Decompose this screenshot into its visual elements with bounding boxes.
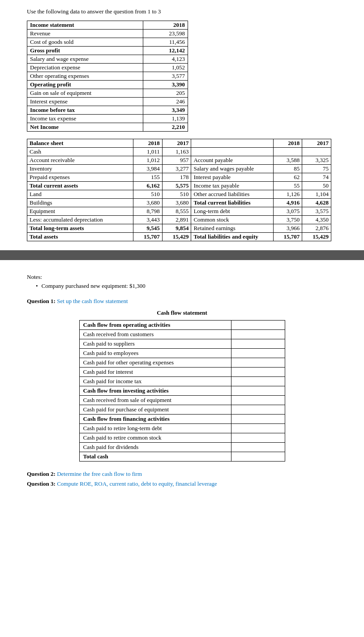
income-table-row: Depreciation expense1,052 [27, 64, 188, 72]
income-row-value: 1,139 [143, 115, 188, 123]
cash-flow-value [231, 415, 285, 424]
income-table-row: Income tax expense1,139 [27, 115, 188, 123]
notes-section: Notes: • Company purchased new equipment… [27, 274, 337, 290]
income-table-row: Gross profit12,142 [27, 47, 188, 55]
cash-flow-value [231, 424, 285, 433]
cash-flow-row: Cash paid to retire common stock [79, 433, 285, 443]
cash-flow-row: Cash paid for income tax [79, 377, 285, 386]
balance-cell: Equipment [27, 207, 133, 216]
cash-flow-value [231, 349, 285, 358]
income-table-row: Interest expense246 [27, 98, 188, 106]
balance-cell: Total current assets [27, 182, 133, 190]
income-row-value: 12,142 [143, 47, 188, 55]
balance-cell: 5,575 [162, 182, 191, 190]
question2-desc: Determine the free cash flow to firm [57, 470, 142, 477]
cash-flow-row: Cash paid to retire long-term debt [79, 424, 285, 433]
cash-flow-row: Total cash [79, 452, 285, 462]
cash-flow-row: Cash paid to employees [79, 349, 285, 358]
balance-cell [302, 148, 331, 156]
income-row-label: Interest expense [27, 98, 143, 106]
balance-cell: 1,012 [133, 156, 163, 165]
cash-flow-label: Cash paid for interest [79, 368, 231, 377]
income-row-value: 23,598 [143, 30, 188, 38]
income-row-value: 3,577 [143, 72, 188, 81]
income-row-label: Cost of goods sold [27, 38, 143, 47]
cash-flow-label: Cash flow from investing activities [79, 386, 231, 396]
cash-flow-label: Cash paid to employees [79, 349, 231, 358]
balance-cell: Cash [27, 148, 133, 156]
intro-text: Use the following data to answer the que… [27, 8, 337, 15]
income-row-value: 1,052 [143, 64, 188, 72]
balance-cell: 155 [133, 173, 163, 182]
question3-label: Question 3: [27, 480, 56, 487]
cash-flow-row: Cash flow from investing activities [79, 386, 285, 396]
income-statement-table: Income statement 2018 Revenue23,598Cost … [27, 21, 188, 132]
cash-flow-value [231, 321, 285, 330]
balance-cell: 1,126 [273, 190, 302, 199]
question1-bold: Question 1: [27, 298, 56, 304]
balance-cell: 8,555 [162, 207, 191, 216]
income-table-header: Income statement 2018 [27, 21, 188, 30]
balance-cell: Interest payable [191, 173, 273, 182]
cash-flow-row: Cash paid for interest [79, 368, 285, 377]
cash-flow-value [231, 330, 285, 339]
balance-table-row: Cash1,0111,163 [27, 148, 331, 156]
cash-flow-value [231, 339, 285, 349]
balance-cell: 3,575 [302, 207, 331, 216]
income-row-label: Gain on sale of equipment [27, 89, 143, 98]
cash-flow-row: Cash flow from operating activities [79, 321, 285, 330]
cash-flow-row: Cash paid for purchase of equipment [79, 405, 285, 415]
question3-desc: Compute ROE, ROA, current ratio, debt to… [57, 480, 217, 487]
balance-cell: 1,104 [302, 190, 331, 199]
balance-table-row: Inventory3,9843,277Salary and wages paya… [27, 165, 331, 173]
income-row-value: 246 [143, 98, 188, 106]
income-row-label: Gross profit [27, 47, 143, 55]
income-table-row: Revenue23,598 [27, 30, 188, 38]
income-table-row: Operating profit3,390 [27, 81, 188, 89]
income-row-label: Net Income [27, 123, 143, 132]
cash-flow-table: Cash flow from operating activitiesCash … [79, 320, 285, 462]
balance-cell: 74 [302, 173, 331, 182]
cash-flow-row: Cash paid for dividends [79, 443, 285, 452]
notes-title: Notes: [27, 274, 337, 281]
cash-flow-title: Cash flow statement [27, 309, 337, 316]
balance-cell: Total liabilities and equity [191, 233, 273, 241]
cash-flow-value [231, 358, 285, 368]
income-row-label: Revenue [27, 30, 143, 38]
cash-flow-label: Cash paid for purchase of equipment [79, 405, 231, 415]
income-row-value: 4,123 [143, 55, 188, 64]
balance-cell: 85 [273, 165, 302, 173]
page-bottom: Notes: • Company purchased new equipment… [0, 260, 364, 496]
income-table-row: Income before tax3,349 [27, 106, 188, 115]
balance-table-row: Total assets15,70715,429Total liabilitie… [27, 233, 331, 241]
balance-cell [191, 148, 273, 156]
income-row-value: 3,349 [143, 106, 188, 115]
balance-cell: Long-term debt [191, 207, 273, 216]
balance-cell: Common stock [191, 216, 273, 224]
balance-cell: Retained earnings [191, 224, 273, 233]
balance-header-cell: 2018 [133, 139, 163, 148]
income-row-label: Salary and wage expense [27, 55, 143, 64]
balance-cell: Other accrued liabilities [191, 190, 273, 199]
balance-header-row: Balance sheet2018201720182017 [27, 139, 331, 148]
balance-cell: 3,984 [133, 165, 163, 173]
balance-header-cell: Balance sheet [27, 139, 133, 148]
cash-flow-label: Cash paid for other operating expenses [79, 358, 231, 368]
cash-flow-label: Cash paid to retire long-term debt [79, 424, 231, 433]
cash-flow-label: Cash paid for income tax [79, 377, 231, 386]
cash-flow-value [231, 405, 285, 415]
balance-cell: 2,891 [162, 216, 191, 224]
balance-cell: Buildings [27, 199, 133, 207]
balance-cell: 2,876 [302, 224, 331, 233]
cash-flow-value [231, 433, 285, 443]
balance-cell: 6,162 [133, 182, 163, 190]
balance-cell: 15,429 [162, 233, 191, 241]
income-row-label: Income before tax [27, 106, 143, 115]
balance-cell: Account receivable [27, 156, 133, 165]
balance-sheet-table: Balance sheet2018201720182017Cash1,0111,… [27, 139, 331, 241]
balance-cell: 15,707 [273, 233, 302, 241]
balance-cell: 1,011 [133, 148, 163, 156]
income-table-row: Other operating expenses3,577 [27, 72, 188, 81]
question3: Question 3: Compute ROE, ROA, current ra… [27, 480, 337, 487]
question2-label: Question 2: [27, 470, 56, 477]
